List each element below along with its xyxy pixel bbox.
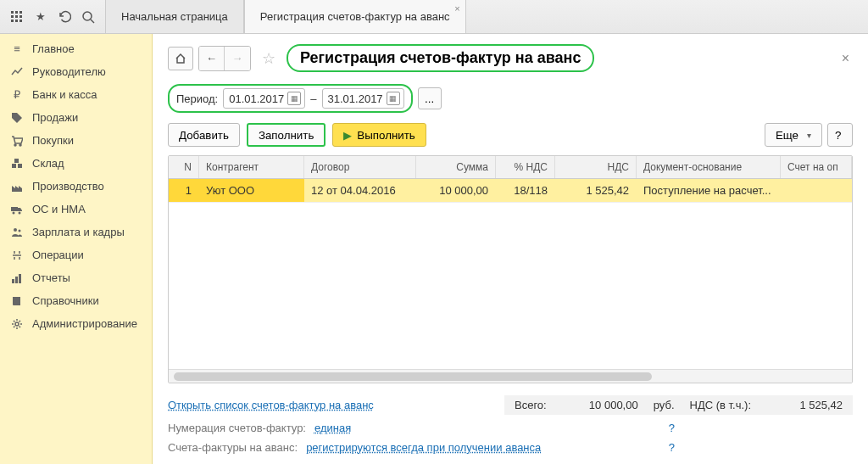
svg-rect-1 (15, 11, 18, 14)
title-row: ← → ☆ Регистрация счетов-фактур на аванс… (168, 44, 853, 72)
col-counterparty[interactable]: Контрагент (199, 156, 304, 178)
help-link-icon[interactable]: ? (669, 422, 675, 434)
sidebar-item-production[interactable]: Производство (0, 175, 152, 198)
col-vat[interactable]: НДС (555, 156, 637, 178)
cell-n: 1 (169, 179, 199, 202)
svg-rect-14 (18, 164, 22, 168)
svg-rect-13 (12, 164, 16, 168)
sidebar-item-label: ОС и НМА (32, 203, 86, 215)
tab-home-label: Начальная страница (121, 10, 228, 23)
top-system-icons: ★ (0, 0, 105, 33)
star-icon[interactable]: ★ (29, 5, 53, 29)
open-list-link[interactable]: Открыть список счетов-фактур на аванс (168, 399, 374, 411)
table-row[interactable]: 1 Уют ООО 12 от 04.04.2016 10 000,00 18/… (169, 179, 852, 203)
col-invoice[interactable]: Счет на оп (781, 156, 852, 178)
cell-counterparty: Уют ООО (199, 179, 304, 202)
col-basis-doc[interactable]: Документ-основание (637, 156, 781, 178)
date-from-value: 01.01.2017 (229, 92, 284, 105)
svg-point-19 (14, 228, 17, 232)
table-body: 1 Уют ООО 12 от 04.04.2016 10 000,00 18/… (169, 179, 852, 369)
col-vat-pct[interactable]: % НДС (496, 156, 555, 178)
numbering-link[interactable]: единая (314, 422, 351, 434)
date-to-input[interactable]: 31.01.2017 ▦ (322, 88, 404, 109)
period-row: Период: 01.01.2017 ▦ – 31.01.2017 ▦ ... (168, 84, 853, 113)
period-picker-button[interactable]: ... (418, 87, 442, 109)
help-label: ? (835, 129, 841, 142)
history-icon[interactable] (53, 5, 76, 29)
run-label: Выполнить (357, 129, 415, 142)
date-to-value: 31.01.2017 (328, 92, 383, 105)
col-sum[interactable]: Сумма (416, 156, 496, 178)
date-from-input[interactable]: 01.01.2017 ▦ (223, 88, 305, 109)
boxes-icon (8, 158, 25, 170)
favorite-star-icon[interactable]: ☆ (256, 47, 281, 70)
people-icon (8, 226, 25, 238)
sidebar-item-label: Продажи (32, 111, 78, 124)
sfa-label: Счета-фактуры на аванс: (168, 441, 298, 454)
sidebar-item-label: Производство (32, 180, 104, 193)
close-icon[interactable]: × (454, 3, 459, 14)
cell-vat: 1 525,42 (555, 179, 637, 202)
sidebar-item-label: Покупки (32, 134, 74, 147)
svg-rect-23 (19, 274, 21, 283)
sidebar-item-manager[interactable]: Руководителю (0, 60, 152, 83)
calendar-icon[interactable]: ▦ (287, 92, 301, 105)
h-scrollbar[interactable] (169, 369, 852, 383)
table-header: N Контрагент Договор Сумма % НДС НДС Док… (169, 156, 852, 179)
search-icon[interactable] (76, 5, 100, 29)
cell-sum: 10 000,00 (416, 179, 496, 202)
add-button[interactable]: Добавить (168, 123, 240, 147)
sidebar-item-main[interactable]: ≡Главное (0, 37, 152, 60)
sidebar-item-salary[interactable]: Зарплата и кадры (0, 221, 152, 243)
svg-point-9 (83, 12, 92, 20)
calendar-icon[interactable]: ▦ (387, 92, 400, 105)
sidebar-item-bank[interactable]: ₽Банк и касса (0, 83, 152, 106)
fill-button[interactable]: Заполнить (247, 123, 326, 147)
sidebar-item-purchases[interactable]: Покупки (0, 129, 152, 152)
run-button[interactable]: ▶Выполнить (332, 123, 426, 147)
tab-home[interactable]: Начальная страница (105, 0, 244, 33)
more-button[interactable]: Еще (765, 123, 822, 147)
scroll-thumb[interactable] (174, 372, 652, 381)
sidebar-item-admin[interactable]: Администрирование (0, 312, 152, 335)
svg-rect-0 (11, 11, 14, 14)
tab-active[interactable]: Регистрация счетов-фактур на аванс × (244, 0, 466, 33)
period-label: Период: (176, 92, 218, 105)
add-label: Добавить (179, 129, 229, 142)
col-contract[interactable]: Договор (304, 156, 416, 178)
svg-point-20 (19, 229, 21, 232)
totals-nds: 1 525,42 (766, 399, 843, 411)
cell-basis-doc: Поступление на расчет... (637, 179, 781, 202)
help-button[interactable]: ? (827, 123, 853, 147)
period-dash: – (310, 92, 316, 105)
action-row: Добавить Заполнить ▶Выполнить Еще ? (168, 123, 853, 147)
sidebar-item-operations[interactable]: Операции (0, 243, 152, 266)
help-link-icon[interactable]: ? (669, 441, 675, 454)
sidebar-item-catalogs[interactable]: Справочники (0, 289, 152, 312)
apps-icon[interactable] (5, 5, 29, 29)
more-label: Еще (776, 129, 798, 142)
totals-currency: руб. (654, 399, 675, 411)
sidebar-item-warehouse[interactable]: Склад (0, 152, 152, 175)
home-button[interactable] (168, 47, 193, 70)
svg-rect-3 (11, 15, 14, 18)
sidebar-item-assets[interactable]: ОС и НМА (0, 198, 152, 221)
back-button[interactable]: ← (199, 47, 225, 70)
top-bar: ★ Начальная страница Регистрация счетов-… (0, 0, 868, 34)
menu-icon: ≡ (8, 42, 25, 55)
footer: Открыть список счетов-фактур на аванс Вс… (168, 383, 853, 457)
sidebar-item-reports[interactable]: Отчеты (0, 266, 152, 289)
ops-icon (8, 249, 25, 261)
col-n[interactable]: N (169, 156, 199, 178)
play-icon: ▶ (343, 129, 352, 142)
period-box: Период: 01.01.2017 ▦ – 31.01.2017 ▦ (168, 84, 413, 113)
sidebar-item-label: Операции (32, 249, 84, 261)
svg-point-12 (19, 144, 21, 146)
svg-rect-21 (12, 279, 14, 283)
sidebar-item-sales[interactable]: Продажи (0, 106, 152, 129)
forward-button[interactable]: → (225, 47, 250, 70)
sfa-link[interactable]: регистрируются всегда при получении аван… (306, 441, 541, 454)
sidebar-item-label: Главное (32, 42, 75, 55)
numbering-label: Нумерация счетов-фактур: (168, 422, 306, 434)
close-page-icon[interactable]: × (838, 51, 853, 66)
